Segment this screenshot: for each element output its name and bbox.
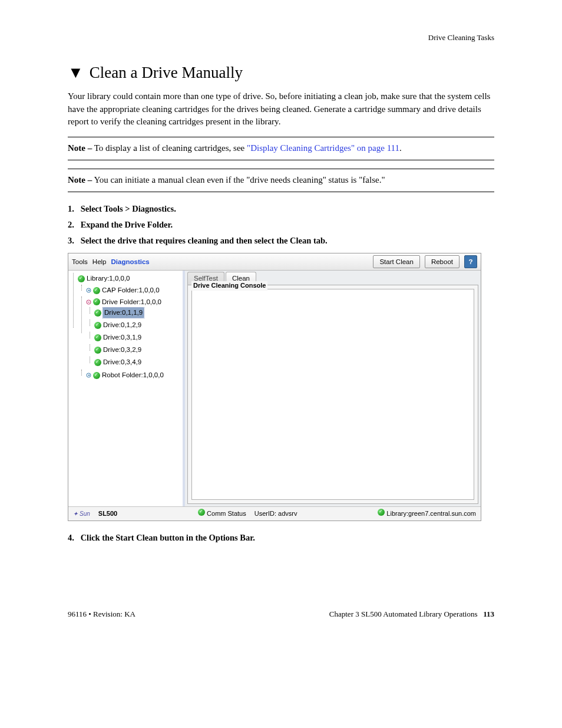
ok-icon (378, 509, 385, 516)
status-comm: Comm Status (198, 509, 246, 519)
ok-icon (198, 509, 205, 516)
ok-icon (94, 322, 101, 329)
tree-drive-folder[interactable]: Drive Folder:1,0,0,0 (102, 297, 161, 307)
status-bar: ✦Sun SL500 Comm Status UserID: advsrv Li… (68, 506, 481, 521)
ok-icon (94, 334, 101, 341)
triangle-down-icon: ▼ (68, 61, 84, 84)
menu-bar: Tools Help Diagnostics Start Clean Reboo… (68, 253, 481, 271)
sun-logo: ✦Sun (73, 510, 90, 519)
intro-paragraph: Your library could contain more than one… (68, 90, 494, 129)
page-footer: 96116 • Revision: KA Chapter 3 SL500 Aut… (68, 609, 494, 620)
panel-legend: Drive Cleaning Console (191, 281, 267, 291)
toggle-collapsed-icon[interactable] (86, 373, 91, 378)
device-tree[interactable]: Library:1,0,0,0 CAP Folder:1,0,0,0 Drive… (68, 271, 185, 506)
footer-chapter: Chapter 3 SL500 Automated Library Operat… (329, 610, 478, 618)
step-2: 2. Expand the Drive Folder. (68, 219, 494, 231)
note-1: Note – To display a list of cleaning car… (68, 137, 494, 160)
drive-cleaning-console (191, 289, 474, 500)
help-icon[interactable]: ? (464, 255, 477, 268)
tree-drive-0[interactable]: Drive:0,1,1,9 (103, 308, 144, 318)
link-display-cleaning-cartridges[interactable]: "Display Cleaning Cartridges" on page 11… (247, 143, 399, 153)
footer-left: 96116 • Revision: KA (68, 609, 135, 620)
note-label: Note – (68, 143, 92, 153)
step-3: 3. Select the drive that requires cleani… (68, 235, 494, 247)
tree-drive-1[interactable]: Drive:0,1,2,9 (103, 320, 141, 330)
ok-icon (93, 287, 100, 294)
ok-icon (93, 372, 100, 379)
section-heading: ▼ Clean a Drive Manually (68, 61, 494, 84)
app-screenshot: Tools Help Diagnostics Start Clean Reboo… (68, 253, 481, 522)
toggle-collapsed-icon[interactable] (86, 288, 91, 293)
ok-icon (94, 309, 101, 317)
step-1: 1. Select Tools > Diagnostics. (68, 203, 494, 215)
note-2: Note – You can initiate a manual clean e… (68, 169, 494, 192)
status-model: SL500 (98, 509, 117, 519)
note-2-text: You can initiate a manual clean even if … (92, 175, 385, 185)
note-1-pre: To display a list of cleaning cartridges… (92, 143, 247, 153)
status-library: Library:green7.central.sun.com (378, 509, 476, 519)
tree-drive-3[interactable]: Drive:0,3,2,9 (103, 345, 141, 355)
step-4: 4. Click the Start Clean button in the O… (68, 532, 494, 544)
menu-tools[interactable]: Tools (72, 257, 88, 267)
tree-drive-4[interactable]: Drive:0,3,4,9 (103, 357, 141, 367)
menu-diagnostics[interactable]: Diagnostics (111, 257, 150, 267)
tree-robot-folder[interactable]: Robot Folder:1,0,0,0 (102, 370, 164, 380)
ok-icon (93, 298, 100, 305)
ok-icon (94, 347, 101, 354)
menu-help[interactable]: Help (92, 257, 107, 267)
tree-cap-folder[interactable]: CAP Folder:1,0,0,0 (102, 285, 160, 295)
panel: Drive Cleaning Console (187, 285, 478, 504)
status-user: UserID: advsrv (254, 509, 297, 519)
tree-drive-2[interactable]: Drive:0,3,1,9 (103, 332, 141, 342)
section-title-text: Clean a Drive Manually (90, 61, 243, 84)
ok-icon (78, 275, 85, 282)
note-label: Note – (68, 175, 92, 185)
note-1-post: . (399, 143, 402, 153)
running-header: Drive Cleaning Tasks (68, 32, 494, 44)
page-number: 113 (483, 610, 494, 618)
reboot-button[interactable]: Reboot (425, 255, 459, 269)
ok-icon (94, 359, 101, 366)
step-list: 1. Select Tools > Diagnostics. 2. Expand… (68, 203, 494, 247)
tree-library[interactable]: Library:1,0,0,0 (87, 274, 130, 284)
start-clean-button[interactable]: Start Clean (373, 255, 420, 269)
toggle-expanded-icon[interactable] (86, 299, 91, 305)
